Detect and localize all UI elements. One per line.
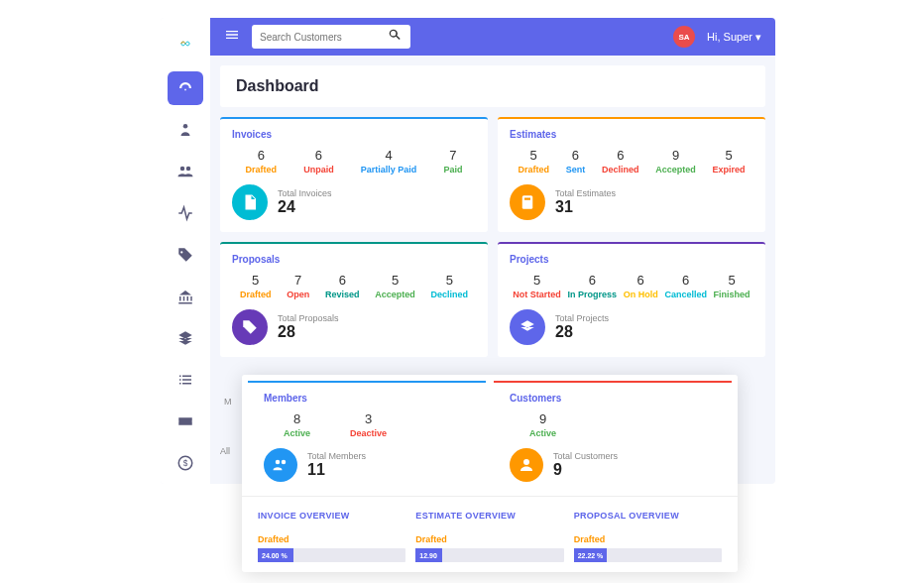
stat-item: 9Accepted: [655, 148, 696, 175]
card-invoices: Invoices 6Drafted6Unpaid4Partially Paid7…: [220, 117, 488, 232]
topbar: SA Hi, Super ▾: [210, 18, 775, 56]
stat-item: 6On Hold: [624, 273, 658, 299]
stat-label: Deactive: [350, 428, 387, 438]
stat-value: 5: [375, 273, 415, 288]
search-input[interactable]: [260, 32, 387, 43]
page-title-card: Dashboard: [220, 65, 765, 107]
total-label: Total Projects: [555, 313, 609, 323]
card-title: Estimates: [510, 129, 753, 140]
page-title: Dashboard: [236, 77, 750, 95]
search-box[interactable]: [252, 25, 410, 49]
stat-value: 9: [655, 148, 696, 163]
stat-value: 9: [529, 411, 556, 426]
tab-peek: M: [224, 397, 232, 407]
nav-money[interactable]: $: [168, 446, 203, 480]
stat-value: 6: [303, 148, 334, 163]
stat-label: Paid: [443, 165, 462, 175]
svg-point-1: [180, 167, 185, 172]
stat-value: 5: [518, 148, 549, 163]
stat-item: 6Revised: [325, 273, 360, 299]
nav-activity[interactable]: [168, 196, 203, 230]
card-proposals: Proposals 5Drafted7Open6Revised5Accepted…: [220, 242, 488, 357]
overview-invoice: INVOICE OVERVIEW Drafted 24.00 %: [258, 511, 405, 562]
total-value: 31: [555, 198, 616, 216]
stat-label: Accepted: [655, 165, 696, 175]
total-value: 28: [555, 323, 609, 341]
layers-icon: [510, 309, 545, 345]
card-customers: Customers 9Active Total Customers9: [494, 381, 732, 496]
nav-users[interactable]: [168, 113, 203, 147]
overview-proposal: PROPOSAL OVERVIEW Drafted 22.22 %: [574, 511, 722, 562]
stat-label: In Progress: [568, 290, 618, 299]
svg-text:$: $: [183, 459, 188, 468]
svg-rect-5: [522, 195, 533, 209]
progress-pct: 12.90: [419, 552, 437, 559]
stat-value: 6: [568, 273, 618, 288]
float-panel: Members 8Active 3Deactive Total Members1…: [242, 375, 738, 572]
stat-item: 5Accepted: [375, 273, 415, 299]
card-projects: Projects 5Not Started6In Progress6On Hol…: [498, 242, 765, 357]
nav-people[interactable]: [168, 155, 203, 188]
stat-item: 6Declined: [602, 148, 639, 175]
stat-item: 4Partially Paid: [361, 148, 417, 175]
stat-value: 6: [566, 148, 586, 163]
nav-layers[interactable]: [168, 321, 203, 355]
stat-value: 5: [713, 148, 746, 163]
card-title: Proposals: [232, 254, 476, 265]
total-label: Total Members: [307, 451, 366, 461]
svg-point-8: [282, 460, 287, 465]
svg-point-2: [186, 167, 191, 172]
stat-item: 6Sent: [566, 148, 586, 175]
card-title: Projects: [510, 254, 753, 265]
stat-label: Drafted: [518, 165, 549, 175]
stat-label: Drafted: [240, 290, 272, 299]
stat-value: 8: [284, 411, 310, 426]
stat-item: 5Drafted: [518, 148, 549, 175]
stat-value: 6: [664, 273, 707, 288]
overview-title: PROPOSAL OVERVIEW: [574, 511, 722, 521]
nav-bank[interactable]: [168, 280, 203, 313]
sidebar: $: [161, 18, 210, 484]
stat-value: 5: [513, 273, 561, 288]
search-icon[interactable]: [387, 27, 403, 47]
progress-bar: 22.22 %: [574, 548, 722, 562]
stat-label: Not Started: [513, 290, 561, 299]
avatar[interactable]: SA: [673, 26, 695, 48]
nav-tags[interactable]: [168, 238, 203, 272]
user-icon: [510, 448, 543, 482]
progress-pct: 24.00 %: [262, 552, 288, 559]
progress-bar: 24.00 %: [258, 548, 405, 562]
stat-value: 5: [431, 273, 469, 288]
stat-item: 7Open: [287, 273, 309, 299]
stat-item: 5Declined: [431, 273, 469, 299]
nav-list[interactable]: [168, 363, 203, 397]
progress-bar: 12.90: [415, 548, 563, 562]
stat-value: 6: [602, 148, 639, 163]
total-value: 24: [278, 198, 332, 216]
stat-value: 6: [325, 273, 360, 288]
stat-value: 6: [624, 273, 658, 288]
stat-label: Expired: [713, 165, 746, 175]
stat-item: 5Not Started: [513, 273, 561, 299]
overview-title: INVOICE OVERVIEW: [258, 511, 405, 521]
total-label: Total Customers: [553, 451, 618, 461]
card-title: Members: [264, 393, 470, 404]
chevron-down-icon: ▾: [755, 31, 761, 43]
overview-estimate: ESTIMATE OVERVIEW Drafted 12.90: [415, 511, 563, 562]
nav-ticket[interactable]: [168, 405, 203, 438]
stat-value: 6: [246, 148, 278, 163]
stat-label: Accepted: [375, 290, 415, 299]
total-label: Total Proposals: [278, 313, 339, 323]
progress-pct: 22.22 %: [578, 552, 604, 559]
users-icon: [264, 448, 297, 482]
stat-label: Unpaid: [303, 165, 334, 175]
hamburger-icon[interactable]: [224, 27, 240, 47]
svg-point-0: [183, 124, 188, 129]
tag-icon: [232, 309, 268, 345]
nav-dashboard[interactable]: [168, 71, 203, 105]
stat-label: Revised: [325, 290, 360, 299]
username-dropdown[interactable]: Hi, Super ▾: [707, 31, 761, 44]
stat-value: 5: [240, 273, 272, 288]
logo: [171, 30, 200, 58]
stat-label: Partially Paid: [361, 165, 417, 175]
